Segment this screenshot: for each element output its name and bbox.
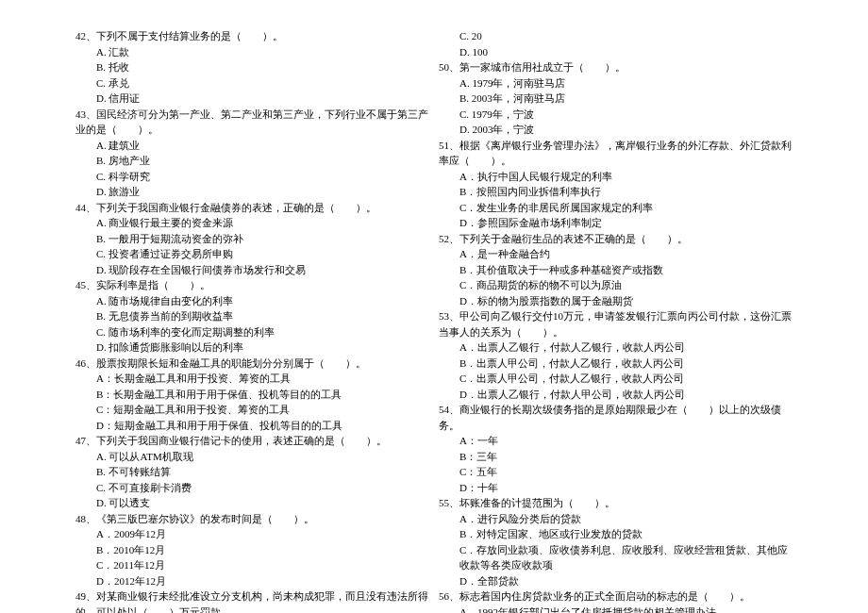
q52-text: 52、下列关于金融衍生品的表述不正确的是（ ）。 [439,231,793,247]
q50-text: 50、第一家城市信用社成立于（ ）。 [439,59,793,75]
q50-c: C. 1979年，宁波 [439,107,793,123]
q53-text: 53、甲公司向乙银行交付10万元，申请签发银行汇票向丙公司付款，这份汇票当事人的… [439,308,793,340]
q52-a: A．是一种金融合约 [439,246,793,262]
q43-d: D. 旅游业 [75,184,429,200]
q45-a: A. 随市场规律自由变化的利率 [75,293,429,309]
q44-text: 44、下列关于我国商业银行金融债券的表述，正确的是（ ）。 [75,200,429,216]
q51-c: C．发生业务的非居民所属国家规定的利率 [439,200,793,216]
q48-c: C．2011年12月 [75,557,429,573]
q49-c: C. 20 [439,28,793,44]
q52-c: C．商品期货的标的物不可以为原油 [439,277,793,293]
q46-text: 46、股票按期限长短和金融工具的职能划分分别属于（ ）。 [75,356,429,372]
q49-d: D. 100 [439,44,793,60]
q50-d: D. 2003年，宁波 [439,122,793,138]
q46-c: C：短期金融工具和用于投资、筹资的工具 [75,402,429,418]
q44-c: C. 投资者通过证券交易所申购 [75,246,429,262]
q45-d: D. 扣除通货膨胀影响以后的利率 [75,340,429,356]
q55-d: D．全部贷款 [439,573,793,589]
q42-b: B. 托收 [75,59,429,75]
q45-text: 45、实际利率是指（ ）。 [75,277,429,293]
q46-a: A：长期金融工具和用于投资、筹资的工具 [75,371,429,387]
q44-b: B. 一般用于短期流动资金的弥补 [75,231,429,247]
q55-b: B．对特定国家、地区或行业发放的贷款 [439,526,793,542]
q54-d: D：十年 [439,480,793,496]
q52-b: B．其价值取决于一种或多种基础资产或指数 [439,262,793,278]
q43-a: A. 建筑业 [75,138,429,154]
q47-b: B. 不可转账结算 [75,464,429,480]
q44-a: A. 商业银行最主要的资金来源 [75,215,429,231]
q55-a: A．进行风险分类后的贷款 [439,511,793,527]
q51-d: D．参照国际金融市场利率制定 [439,215,793,231]
q50-a: A. 1979年，河南驻马店 [439,75,793,91]
q47-a: A. 可以从ATM机取现 [75,449,429,465]
q48-text: 48、《第三版巴塞尔协议》的发布时间是（ ）。 [75,511,429,527]
q45-b: B. 无息债券当前的到期收益率 [75,308,429,324]
q49-text: 49、对某商业银行未经批准设立分支机构，尚未构成犯罪，而且没有违法所得的，可以处… [75,588,429,613]
q47-text: 47、下列关于我国商业银行借记卡的使用，表述正确的是（ ）。 [75,433,429,449]
q48-d: D．2012年12月 [75,573,429,589]
q55-text: 55、坏账准备的计提范围为（ ）。 [439,495,793,511]
q53-a: A．出票人乙银行，付款人乙银行，收款人丙公司 [439,340,793,356]
q42-d: D. 信用证 [75,91,429,107]
q51-b: B．按照国内同业拆借利率执行 [439,184,793,200]
q54-c: C：五年 [439,464,793,480]
q53-d: D．出票人乙银行，付款人甲公司，收款人丙公司 [439,387,793,403]
q46-b: B：长期金融工具和用于用于保值、投机等目的的工具 [75,387,429,403]
q42-c: C. 承兑 [75,75,429,91]
q43-b: B. 房地产业 [75,153,429,169]
q45-c: C. 随市场利率的变化而定期调整的利率 [75,324,429,340]
q56-text: 56、标志着国内住房贷款业务的正式全面启动的标志的是（ ）。 [439,588,793,605]
q51-text: 51、根据《离岸银行业务管理办法》，离岸银行业务的外汇存款、外汇贷款利率应（ ）… [439,138,793,169]
q51-a: A．执行中国人民银行规定的利率 [439,169,793,185]
q44-d: D. 现阶段存在全国银行间债券市场发行和交易 [75,262,429,278]
q54-text: 54、商业银行的长期次级债务指的是原始期限最少在（ ）以上的次级债务。 [439,402,793,433]
q56-a: A．1992年银行部门出台了住房抵押贷款的相关管理办法 [439,605,793,614]
q47-d: D. 可以透支 [75,495,429,511]
q42-text: 42、下列不属于支付结算业务的是（ ）。 [75,28,429,44]
q46-d: D：短期金融工具和用于用于保值、投机等目的的工具 [75,418,429,434]
q43-c: C. 科学研究 [75,169,429,185]
q43-text: 43、国民经济可分为第一产业、第二产业和第三产业，下列行业不属于第三产业的是（ … [75,107,429,138]
left-column: 42、下列不属于支付结算业务的是（ ）。 A. 汇款 B. 托收 C. 承兑 D… [75,28,429,613]
q53-c: C．出票人甲公司，付款人乙银行，收款人丙公司 [439,371,793,387]
q54-b: B：三年 [439,449,793,465]
q48-b: B．2010年12月 [75,542,429,558]
q54-a: A：一年 [439,433,793,449]
q47-c: C. 不可直接刷卡消费 [75,480,429,496]
q53-b: B．出票人甲公司，付款人乙银行，收款人丙公司 [439,356,793,372]
q48-a: A．2009年12月 [75,526,429,542]
q42-a: A. 汇款 [75,44,429,60]
q52-d: D．标的物为股票指数的属于金融期货 [439,293,793,309]
q50-b: B. 2003年，河南驻马店 [439,91,793,107]
q55-c: C．存放同业款项、应收债券利息、应收股利、应收经营租赁款、其他应收款等各类应收款… [439,542,793,573]
right-column: C. 20 D. 100 50、第一家城市信用社成立于（ ）。 A. 1979年… [439,28,793,613]
two-column-layout: 42、下列不属于支付结算业务的是（ ）。 A. 汇款 B. 托收 C. 承兑 D… [75,28,793,613]
